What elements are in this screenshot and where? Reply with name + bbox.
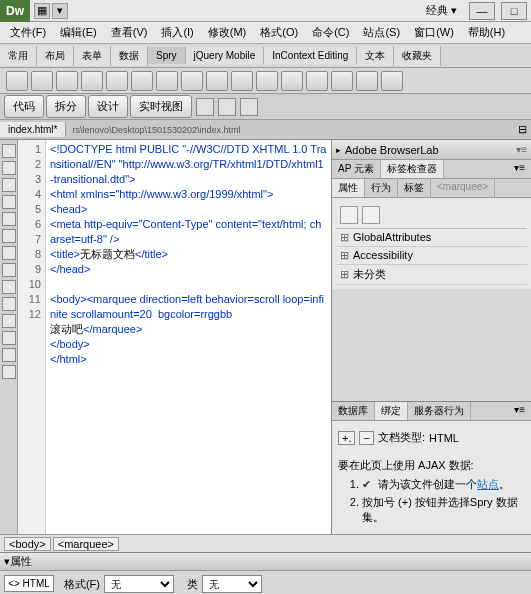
tab-data[interactable]: 数据 <box>111 46 148 66</box>
gutter-icon[interactable] <box>2 178 16 192</box>
file-tab[interactable]: index.html* <box>0 122 66 137</box>
panel-options-icon[interactable]: ▾≡ <box>516 144 527 155</box>
toolbar-icon[interactable] <box>196 98 214 116</box>
tag-body[interactable]: <body> <box>4 537 51 551</box>
tab-server-behaviors[interactable]: 服务器行为 <box>408 402 471 420</box>
add-button[interactable]: +. <box>338 431 355 445</box>
menu-edit[interactable]: 编辑(E) <box>54 23 103 42</box>
insert-icon[interactable] <box>31 71 53 91</box>
attr-group[interactable]: ⊞Accessibility <box>336 247 527 265</box>
gutter-icon[interactable] <box>2 280 16 294</box>
tab-database[interactable]: 数据库 <box>332 402 375 420</box>
category-view-icon[interactable] <box>340 206 358 224</box>
path-bar: rs\lenovo\Desktop\1501530202\index.html <box>66 123 513 137</box>
code-content[interactable]: <!DOCTYPE html PUBLIC "-//W3C//DTD XHTML… <box>46 140 331 534</box>
menu-bar: 文件(F) 编辑(E) 查看(V) 插入(I) 修改(M) 格式(O) 命令(C… <box>0 22 531 44</box>
tag-selector: <body> <marquee> <box>0 534 531 552</box>
insert-icon[interactable] <box>331 71 353 91</box>
insert-icon[interactable] <box>6 71 28 91</box>
panel-browserlab[interactable]: ▸ Adobe BrowserLab ▾≡ <box>332 140 531 160</box>
tab-text[interactable]: 文本 <box>357 46 394 66</box>
tab-behaviors[interactable]: 行为 <box>365 179 398 197</box>
tab-incontext[interactable]: InContext Editing <box>264 47 357 64</box>
insert-icon[interactable] <box>106 71 128 91</box>
gutter-icon[interactable] <box>2 212 16 226</box>
menu-window[interactable]: 窗口(W) <box>408 23 460 42</box>
close-icon[interactable]: ⊟ <box>513 123 531 136</box>
menu-command[interactable]: 命令(C) <box>306 23 355 42</box>
gutter-icon[interactable] <box>2 365 16 379</box>
tab-common[interactable]: 常用 <box>0 46 37 66</box>
insert-icon[interactable] <box>181 71 203 91</box>
panel-options-icon[interactable]: ▾≡ <box>508 160 531 178</box>
gutter-icon[interactable] <box>2 246 16 260</box>
gutter-icon[interactable] <box>2 144 16 158</box>
insert-icon[interactable] <box>206 71 228 91</box>
tag-inspector-body: ⊞GlobalAttributes ⊞Accessibility ⊞未分类 <box>332 198 531 289</box>
layout-icon[interactable]: ▦ <box>34 3 50 19</box>
insert-icon[interactable] <box>281 71 303 91</box>
menu-file[interactable]: 文件(F) <box>4 23 52 42</box>
insert-icon[interactable] <box>56 71 78 91</box>
gutter-icon[interactable] <box>2 331 16 345</box>
tab-attributes[interactable]: 属性 <box>332 179 365 197</box>
gutter-icon[interactable] <box>2 195 16 209</box>
panel-options-icon[interactable]: ▾≡ <box>508 402 531 420</box>
attr-group[interactable]: ⊞未分类 <box>336 265 527 285</box>
gutter-icon[interactable] <box>2 263 16 277</box>
tab-layout[interactable]: 布局 <box>37 46 74 66</box>
insert-icon-row <box>0 68 531 94</box>
attr-group[interactable]: ⊞GlobalAttributes <box>336 229 527 247</box>
insert-icon[interactable] <box>306 71 328 91</box>
chevron-right-icon: ▸ <box>336 145 341 155</box>
tab-forms[interactable]: 表单 <box>74 46 111 66</box>
menu-help[interactable]: 帮助(H) <box>462 23 511 42</box>
menu-site[interactable]: 站点(S) <box>357 23 406 42</box>
insert-icon[interactable] <box>356 71 378 91</box>
format-select[interactable]: 无 <box>104 575 174 593</box>
site-link[interactable]: 站点 <box>477 478 499 490</box>
toolbar-icon[interactable] <box>240 98 258 116</box>
menu-modify[interactable]: 修改(M) <box>202 23 253 42</box>
tab-favorites[interactable]: 收藏夹 <box>394 46 441 66</box>
insert-icon[interactable] <box>256 71 278 91</box>
insert-icon[interactable] <box>381 71 403 91</box>
insert-icon[interactable] <box>131 71 153 91</box>
menu-view[interactable]: 查看(V) <box>105 23 154 42</box>
insert-icon[interactable] <box>156 71 178 91</box>
tag-marquee[interactable]: <marquee> <box>53 537 119 551</box>
tags-value: <marquee> <box>431 179 495 197</box>
list-view-icon[interactable] <box>362 206 380 224</box>
menu-format[interactable]: 格式(O) <box>254 23 304 42</box>
code-view-button[interactable]: 代码 <box>4 95 44 118</box>
toolbar-icon[interactable] <box>218 98 236 116</box>
insert-icon[interactable] <box>81 71 103 91</box>
insert-icon[interactable] <box>231 71 253 91</box>
code-editor[interactable]: 123456789101112 <!DOCTYPE html PUBLIC "-… <box>18 140 331 534</box>
gutter-icon[interactable] <box>2 161 16 175</box>
format-label: 格式(F) <box>58 577 100 592</box>
tab-ap-elements[interactable]: AP 元素 <box>332 160 381 178</box>
tab-jquery[interactable]: jQuery Mobile <box>186 47 265 64</box>
class-select[interactable]: 无 <box>202 575 262 593</box>
gutter-icon[interactable] <box>2 229 16 243</box>
live-view-button[interactable]: 实时视图 <box>130 95 192 118</box>
doctype-value: HTML <box>429 432 459 444</box>
gutter-icon[interactable] <box>2 297 16 311</box>
tab-tag-inspector[interactable]: 标签检查器 <box>381 160 444 178</box>
tab-bindings[interactable]: 绑定 <box>375 402 408 420</box>
maximize-button[interactable]: □ <box>501 2 527 20</box>
right-panel-group: ▸ Adobe BrowserLab ▾≡ AP 元素 标签检查器 ▾≡ 属性 … <box>331 140 531 534</box>
html-props-button[interactable]: <> HTML <box>4 575 54 592</box>
minimize-button[interactable]: — <box>469 2 495 20</box>
layout-dropdown-icon[interactable]: ▾ <box>52 3 68 19</box>
gutter-icon[interactable] <box>2 314 16 328</box>
split-view-button[interactable]: 拆分 <box>46 95 86 118</box>
tab-spry[interactable]: Spry <box>148 47 186 64</box>
workspace-switcher[interactable]: 经典 ▾ <box>420 3 463 18</box>
menu-insert[interactable]: 插入(I) <box>155 23 199 42</box>
design-view-button[interactable]: 设计 <box>88 95 128 118</box>
remove-button[interactable]: − <box>359 431 373 445</box>
ajax-heading: 要在此页上使用 AJAX 数据: <box>338 458 525 473</box>
gutter-icon[interactable] <box>2 348 16 362</box>
